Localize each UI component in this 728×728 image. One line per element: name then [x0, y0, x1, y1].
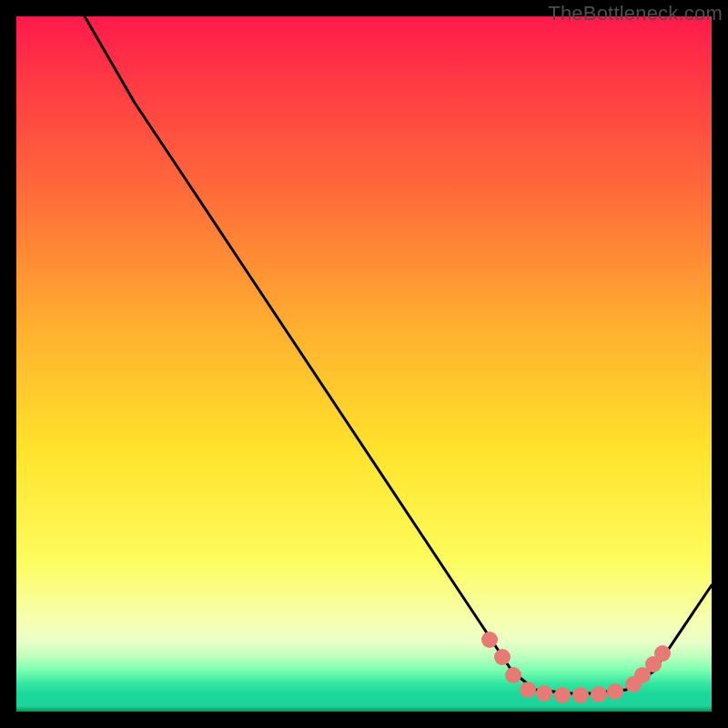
- chart-frame: [16, 16, 712, 712]
- watermark-text: TheBottleneck.com: [548, 2, 723, 25]
- scatter-dot: [494, 649, 511, 665]
- scatter-dot: [607, 683, 623, 700]
- bottleneck-curve: [85, 16, 712, 694]
- scatter-dot: [654, 645, 671, 662]
- scatter-dot: [520, 682, 536, 698]
- chart-svg: [16, 16, 712, 712]
- scatter-dot: [481, 632, 498, 648]
- scatter-dot: [554, 687, 571, 703]
- scatter-dot: [536, 685, 552, 702]
- scatter-dot: [505, 667, 521, 683]
- scatter-dot: [572, 687, 589, 703]
- scatter-dot: [591, 686, 607, 703]
